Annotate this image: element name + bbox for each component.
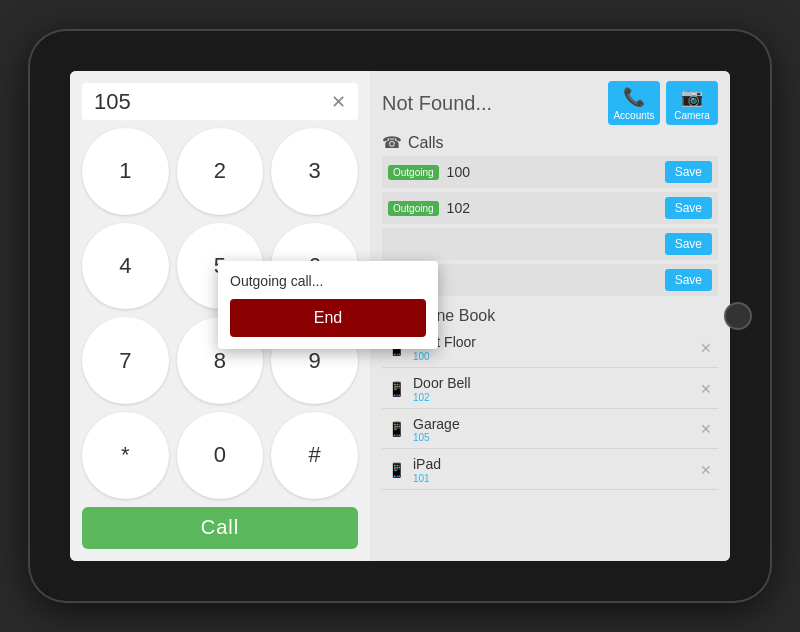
home-button[interactable] <box>724 302 752 330</box>
phonebook-number-2: 102 <box>413 392 692 403</box>
not-found-label: Not Found... <box>382 92 492 115</box>
save-button-4[interactable]: Save <box>665 269 712 291</box>
header-buttons: 📞 Accounts 📷 Camera <box>608 81 718 125</box>
display-input: 105 ✕ <box>82 83 358 120</box>
dial-star[interactable]: * <box>82 412 169 499</box>
delete-button-4[interactable]: ✕ <box>700 462 712 478</box>
phonebook-info-2: Door Bell 102 <box>413 375 692 403</box>
camera-icon: 📷 <box>681 86 703 108</box>
dial-0[interactable]: 0 <box>177 412 264 499</box>
dial-2[interactable]: 2 <box>177 128 264 215</box>
camera-button[interactable]: 📷 Camera <box>666 81 718 125</box>
call-row-2: Outgoing 102 Save <box>382 192 718 224</box>
phone-icon-2: 📱 <box>388 381 405 397</box>
outgoing-call-label: Outgoing call... <box>230 273 426 289</box>
accounts-icon: 📞 <box>623 86 645 108</box>
accounts-label: Accounts <box>613 110 654 121</box>
delete-button-3[interactable]: ✕ <box>700 421 712 437</box>
calls-label: Calls <box>408 134 444 152</box>
phonebook-info-1: First Floor 100 <box>413 334 692 362</box>
phonebook-info-4: iPad 101 <box>413 456 692 484</box>
phonebook-item-2: 📱 Door Bell 102 ✕ <box>382 370 718 409</box>
calls-section-title: ☎ Calls <box>382 133 718 152</box>
phonebook-list: 📱 First Floor 100 ✕ 📱 Door Bell 102 <box>382 329 718 490</box>
calls-icon: ☎ <box>382 133 402 152</box>
camera-label: Camera <box>674 110 710 121</box>
save-button-3[interactable]: Save <box>665 233 712 255</box>
phonebook-info-3: Garage 105 <box>413 416 692 444</box>
call-row-3: Save <box>382 228 718 260</box>
phonebook-item-4: 📱 iPad 101 ✕ <box>382 451 718 490</box>
delete-button-1[interactable]: ✕ <box>700 340 712 356</box>
outgoing-call-popup: Outgoing call... End <box>218 261 438 349</box>
call-row-1: Outgoing 100 Save <box>382 156 718 188</box>
phonebook-item-3: 📱 Garage 105 ✕ <box>382 411 718 450</box>
phonebook-number-3: 105 <box>413 432 692 443</box>
delete-button-2[interactable]: ✕ <box>700 381 712 397</box>
right-header: Not Found... 📞 Accounts 📷 Camera <box>382 81 718 125</box>
call-number-1: 100 <box>447 164 657 180</box>
phone-icon-4: 📱 <box>388 462 405 478</box>
call-button[interactable]: Call <box>82 507 358 549</box>
end-call-button[interactable]: End <box>230 299 426 337</box>
save-button-1[interactable]: Save <box>665 161 712 183</box>
phonebook-name-3: Garage <box>413 416 692 433</box>
outgoing-badge-1: Outgoing <box>388 165 439 180</box>
dial-7[interactable]: 7 <box>82 317 169 404</box>
dial-hash[interactable]: # <box>271 412 358 499</box>
accounts-button[interactable]: 📞 Accounts <box>608 81 660 125</box>
tablet-screen: 105 ✕ 1 2 3 4 5 6 7 8 9 * 0 # Call Outgo… <box>70 71 730 561</box>
tablet: 105 ✕ 1 2 3 4 5 6 7 8 9 * 0 # Call Outgo… <box>30 31 770 601</box>
dial-3[interactable]: 3 <box>271 128 358 215</box>
phone-icon-3: 📱 <box>388 421 405 437</box>
dialpad-panel: 105 ✕ 1 2 3 4 5 6 7 8 9 * 0 # Call Outgo… <box>70 71 370 561</box>
phonebook-name-4: iPad <box>413 456 692 473</box>
phonebook-name-1: First Floor <box>413 334 692 351</box>
phonebook-number-4: 101 <box>413 473 692 484</box>
dial-1[interactable]: 1 <box>82 128 169 215</box>
save-button-2[interactable]: Save <box>665 197 712 219</box>
outgoing-badge-2: Outgoing <box>388 201 439 216</box>
display-value: 105 <box>94 89 131 115</box>
call-number-2: 102 <box>447 200 657 216</box>
clear-button[interactable]: ✕ <box>331 91 346 113</box>
phonebook-name-2: Door Bell <box>413 375 692 392</box>
dial-4[interactable]: 4 <box>82 223 169 310</box>
phonebook-number-1: 100 <box>413 351 692 362</box>
